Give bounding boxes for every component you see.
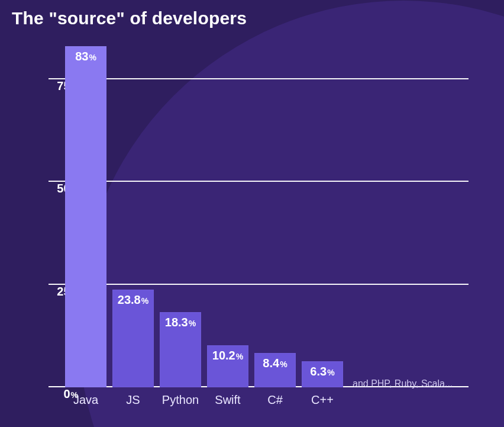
bar-csharp: 8.4%	[254, 353, 296, 387]
percent-suffix: %	[327, 368, 334, 377]
bar-value-label: 83%	[65, 50, 106, 63]
bar-value: 10.2	[212, 349, 235, 362]
bar-value-label: 10.2%	[207, 349, 248, 362]
bar-js: 23.8%	[112, 290, 154, 387]
bar-value-label: 23.8%	[112, 293, 154, 307]
bar-value: 23.8	[118, 293, 141, 306]
bar-value-label: 8.4%	[254, 357, 296, 370]
percent-suffix: %	[89, 53, 96, 62]
plot-area: 0% 25% 50% 75% 83% 23.8% 18.3%	[49, 52, 492, 387]
bar-value-label: 18.3%	[160, 316, 201, 329]
x-tick-label: JS	[112, 393, 154, 407]
chart-title: The "source" of developers	[12, 8, 247, 28]
bar-swift: 10.2%	[207, 345, 248, 387]
bar-cpp: 6.3%	[302, 361, 343, 387]
bar-java: 83%	[65, 46, 106, 387]
x-tick-label: C#	[254, 393, 296, 407]
bar-value-label: 6.3%	[302, 365, 343, 378]
percent-suffix: %	[236, 352, 243, 361]
x-tick-label: Java	[65, 393, 106, 407]
bar-value: 83	[75, 50, 88, 63]
bar-value: 18.3	[165, 316, 188, 329]
bar-python: 18.3%	[160, 312, 201, 387]
x-tick-label: Swift	[207, 393, 248, 407]
x-tick-label: C++	[302, 393, 343, 407]
bar-value: 6.3	[310, 365, 327, 378]
percent-suffix: %	[280, 359, 287, 369]
bar-value: 8.4	[263, 357, 279, 370]
bar-chart: 0% 25% 50% 75% 83% 23.8% 18.3%	[15, 46, 492, 413]
percent-suffix: %	[189, 319, 196, 328]
trailing-note: and PHP, Ruby, Scala...	[353, 378, 453, 389]
x-tick-label: Python	[160, 393, 201, 407]
percent-suffix: %	[141, 296, 148, 306]
